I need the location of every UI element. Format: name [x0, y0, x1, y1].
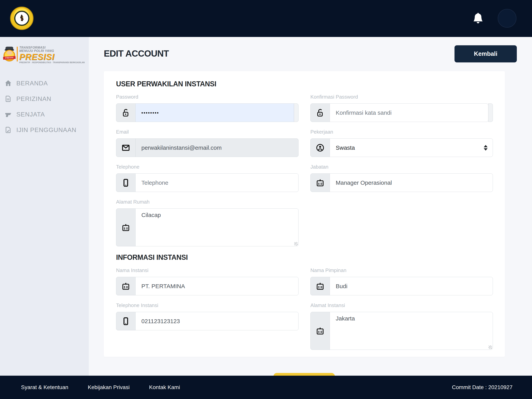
- badge-icon: [310, 173, 330, 192]
- sidebar-item-beranda[interactable]: BERANDA: [0, 75, 89, 91]
- nama-instansi-input[interactable]: [135, 277, 298, 295]
- field-alamat-instansi: Alamat Instansi Jakarta: [310, 302, 493, 350]
- email-label: Email: [116, 129, 298, 135]
- badge-icon: [310, 312, 330, 350]
- phone-icon: [116, 312, 136, 330]
- police-mascot: PRESISI: [3, 45, 16, 63]
- nama-instansi-label: Nama Instansi: [116, 267, 298, 273]
- section-heading-instansi: INFORMASI INSTANSI: [116, 253, 493, 262]
- alamat-rumah-label: Alamat Rumah: [116, 199, 298, 205]
- home-icon: [5, 80, 12, 87]
- pekerjaan-label: Pekerjaan: [310, 129, 493, 135]
- field-password: Password: [116, 94, 298, 122]
- document-check-icon: [5, 126, 12, 133]
- sidebar: PRESISI TRANSFORMASI MENUJU POLRI YANG P…: [0, 37, 89, 376]
- emblem-inner: [14, 11, 29, 26]
- badge-icon: [116, 277, 136, 295]
- field-pekerjaan: Pekerjaan Swasta: [310, 129, 493, 157]
- confirm-password-input[interactable]: [330, 104, 488, 122]
- sidebar-menu: BERANDA PERIZINAN SENJATA IJIN PENGGUNAA…: [0, 75, 89, 138]
- footer-link-syarat[interactable]: Syarat & Ketentuan: [21, 384, 68, 390]
- alamat-rumah-textarea[interactable]: Cilacap: [135, 209, 298, 246]
- select-arrows-icon: [484, 145, 488, 151]
- field-telephone: Telephone: [116, 164, 298, 192]
- brand-tagline: PREDIKTIF - RESPONSIBILITAS - TRANSPARAN…: [19, 62, 85, 64]
- pekerjaan-selected-value: Swasta: [336, 144, 355, 151]
- badge-icon: [116, 209, 136, 246]
- footer-bar: Syarat & Ketentuan Kebijakan Privasi Kon…: [0, 376, 532, 399]
- password-input-strip: [294, 104, 298, 122]
- form-grid-user: Password Konfirmasi Password Email: [116, 94, 493, 253]
- field-jabatan: Jabatan: [310, 164, 493, 192]
- badge-icon: [310, 277, 330, 295]
- brand-line1: TRANSFORMASI: [19, 46, 85, 49]
- pekerjaan-select[interactable]: Swasta: [330, 138, 493, 157]
- brand-divider: [17, 47, 18, 61]
- field-nama-instansi: Nama Instansi: [116, 267, 298, 295]
- telephone-instansi-label: Telephone Instansi: [116, 302, 298, 308]
- intelkam-emblem-logo: [10, 7, 33, 30]
- sidebar-item-senjata[interactable]: SENJATA: [0, 107, 89, 122]
- unlock-icon: [310, 104, 330, 122]
- pistol-icon: [5, 111, 12, 118]
- sidebar-item-label: PERIZINAN: [16, 95, 51, 103]
- telephone-label: Telephone: [116, 164, 298, 170]
- alamat-instansi-textarea[interactable]: Jakarta: [330, 312, 493, 350]
- sidebar-item-label: SENJATA: [16, 111, 45, 118]
- jabatan-label: Jabatan: [310, 164, 493, 170]
- nama-pimpinan-input[interactable]: [330, 277, 493, 295]
- confirm-password-label: Konfirmasi Password: [310, 94, 493, 100]
- jabatan-input[interactable]: [330, 173, 493, 192]
- envelope-icon: [116, 138, 136, 157]
- footer-links: Syarat & Ketentuan Kebijakan Privasi Kon…: [0, 384, 180, 390]
- sidebar-item-ijin-penggunaan[interactable]: IJIN PENGGUNAAN: [0, 122, 89, 138]
- nama-pimpinan-label: Nama Pimpinan: [310, 267, 493, 273]
- phone-icon: [116, 173, 136, 192]
- sidebar-item-label: IJIN PENGGUNAAN: [16, 126, 76, 134]
- field-email: Email: [116, 129, 298, 157]
- field-alamat-rumah: Alamat Rumah Cilacap: [116, 199, 298, 246]
- form-grid-instansi: Nama Instansi Nama Pimpinan Telephone In…: [116, 267, 493, 357]
- unlock-icon: [116, 104, 136, 122]
- document-icon: [5, 95, 12, 102]
- brand-text: TRANSFORMASI MENUJU POLRI YANG PRESISI P…: [19, 45, 85, 64]
- page-title: EDIT ACCOUNT: [104, 48, 169, 59]
- top-header-bar: [0, 0, 532, 37]
- field-nama-pimpinan: Nama Pimpinan: [310, 267, 493, 295]
- mascot-face: [7, 50, 12, 55]
- telephone-instansi-input[interactable]: [135, 312, 298, 330]
- brand-line3: PRESISI: [19, 53, 85, 61]
- confirm-password-input-strip: [488, 104, 493, 122]
- email-input: [135, 138, 298, 157]
- password-label: Password: [116, 94, 298, 100]
- password-input[interactable]: [135, 104, 294, 122]
- notification-bell-icon[interactable]: [473, 12, 483, 25]
- sidebar-item-perizinan[interactable]: PERIZINAN: [0, 91, 89, 107]
- person-circle-icon: [310, 138, 330, 157]
- wayang-figure: [17, 13, 27, 23]
- user-avatar[interactable]: [498, 9, 516, 28]
- footer-link-kebijakan[interactable]: Kebijakan Privasi: [88, 384, 130, 390]
- edit-account-card: USER PERWAKILAN INSTANSI Password Konfir…: [104, 71, 505, 357]
- section-heading-user: USER PERWAKILAN INSTANSI: [116, 80, 493, 88]
- presisi-brand-logo: PRESISI TRANSFORMASI MENUJU POLRI YANG P…: [0, 37, 89, 66]
- alamat-instansi-label: Alamat Instansi: [310, 302, 493, 308]
- sidebar-item-label: BERANDA: [16, 80, 48, 87]
- field-telephone-instansi: Telephone Instansi: [116, 302, 298, 330]
- footer-link-kontak[interactable]: Kontak Kami: [149, 384, 180, 390]
- field-confirm-password: Konfirmasi Password: [310, 94, 493, 122]
- kembali-back-button[interactable]: Kembali: [455, 45, 517, 62]
- telephone-input[interactable]: [135, 173, 298, 192]
- commit-date-text: Commit Date : 20210927: [452, 384, 513, 390]
